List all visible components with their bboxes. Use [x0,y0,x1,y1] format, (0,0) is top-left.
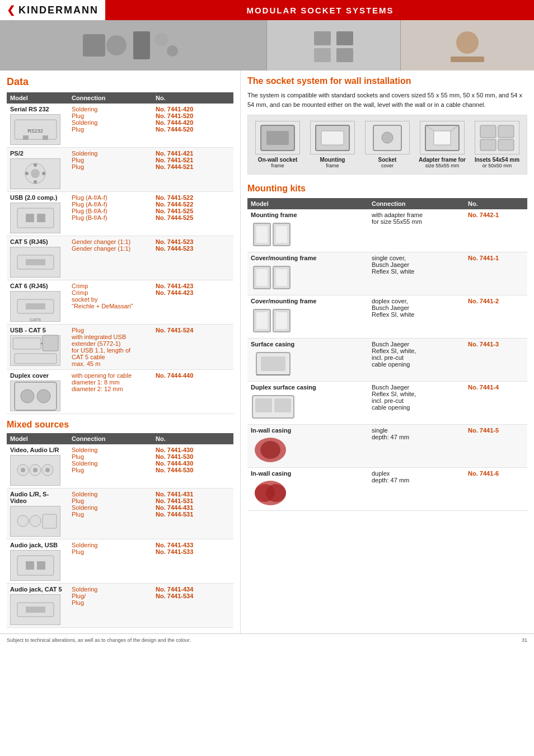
mounting-connection-cell: Busch JaegerReflex SI, white,incl. pre-c… [368,339,465,382]
svg-point-17 [34,163,37,167]
part-number: No. 7444-440 [156,372,230,379]
mixed-connection-value: Soldering [72,542,149,548]
mixed-model-name: Audio jack, CAT 5 [10,586,65,593]
svg-rect-5 [314,31,331,45]
svg-rect-63 [498,139,514,151]
number-cell: No. 7441-421No. 7441-521No. 7444-521 [152,148,233,192]
svg-rect-2 [133,31,150,59]
connection-value: Plug [72,163,149,170]
mixed-model-icon [10,506,60,537]
connection-value: extender (5772-1) [72,340,149,347]
part-number: No. 7441-522 [156,194,230,201]
model-name: CAT 5 (RJ45) [10,238,65,245]
svg-point-55 [382,132,393,143]
mixed-part-number: No. 7441-533 [156,548,230,555]
socket-strip-item-5: Insets 54x54 mm or 50x50 mm [471,119,523,171]
mixed-model-cell: Audio jack, USB [7,539,68,584]
table-row: PS/2SolderingPlugPlugNo. 7441-421No. 744… [7,148,233,192]
mixed-connection-cell: SolderingPlug/Plug [68,584,152,628]
mounting-table-row: Surface casingBusch JaegerReflex SI, whi… [247,339,527,382]
connection-value: with opening for cable [72,372,149,379]
mixed-part-number: No. 7441-434 [156,586,230,593]
mounting-table-row: In-wall casingsingledepth: 47 mmNo. 7441… [247,425,527,468]
data-section-title: Data [7,76,233,88]
model-icon: CAT6 [10,291,60,322]
socket-strip: On-wall socket frame Mounting frame Sock… [247,115,527,175]
svg-point-83 [260,441,280,459]
mounting-number-cell: No. 7441-5 [465,425,527,468]
part-number: No. 7444-521 [156,163,230,170]
part-number: No. 7444-522 [156,201,230,208]
header-logo: ❮ KINDERMANN [0,0,106,20]
svg-rect-74 [256,312,268,329]
mounting-connection-value: with adapter frame [372,212,461,218]
col-no: No. [152,92,233,104]
mounting-number-cell: No. 7441-2 [465,295,527,339]
svg-point-39 [21,468,25,472]
table-row: USB (2.0 comp.)Plug (A-f/A-f)Plug (A-f/A… [7,192,233,236]
table-row: CAT 6 (RJ45)CAT6CrimpCrimpsocket by"Reic… [7,280,233,325]
svg-rect-70 [256,269,268,286]
mounting-connection-value: depth: 47 mm [372,434,461,440]
svg-rect-30 [43,335,58,351]
model-cell: Serial RS 232RS232 [7,104,68,148]
socket-label-5: Insets 54x54 mm [475,157,519,163]
svg-rect-53 [321,131,344,145]
svg-rect-71 [276,269,287,286]
mounting-model-cell: In-wall casing [247,468,368,511]
connection-value: for USB 1.1, length of [72,347,149,354]
mixed-table-row: Audio jack, USBSolderingPlugNo. 7441-433… [7,539,233,584]
connection-cell: SolderingPlugSolderingPlug [68,104,152,148]
connection-value: Plug [72,112,149,119]
connection-value: Crimp [72,289,149,296]
mounting-table-row: Duplex surface casingBusch JaegerReflex … [247,382,527,425]
mixed-model-cell: Video, Audio L/R [7,444,68,489]
mixed-connection-cell: SolderingPlug [68,539,152,584]
svg-rect-13 [23,135,29,140]
connection-cell: with opening for cablediameter 1: 8 mmdi… [68,370,152,414]
mounting-table: Model Connection No. Mounting framewith … [247,198,527,511]
svg-point-41 [45,468,50,472]
svg-point-19 [25,172,29,175]
connection-value: CAT 5 cable [72,354,149,360]
svg-rect-0 [83,34,105,57]
mixed-part-number: No. 7444-430 [156,460,230,467]
socket-label-1: On-wall socket [258,157,298,163]
svg-rect-66 [256,226,268,243]
number-cell: No. 7444-440 [152,370,233,414]
mixed-connection-value: Plug [72,453,149,460]
model-name: CAT 6 (RJ45) [10,283,65,289]
mounting-img [251,350,365,379]
col-connection: Connection [68,92,152,104]
mounting-number-cell: No. 7441-4 [465,382,527,425]
mounting-img [251,220,365,250]
model-cell: Duplex cover [7,370,68,414]
table-row: USB - CAT 5Plugwith integrated USBextend… [7,325,233,370]
svg-rect-8 [336,48,353,62]
socket-label-2: Mounting [320,157,345,163]
svg-rect-47 [37,561,45,570]
part-number: No. 7444-523 [156,245,230,252]
svg-rect-49 [26,607,45,613]
part-number: No. 7444-420 [156,119,230,126]
adapter-frame-img [420,121,465,154]
part-number: No. 7444-423 [156,289,230,296]
connection-value: Plug [72,327,149,334]
connection-value: Plug (B-f/A-f) [72,208,149,214]
mixed-connection-cell: SolderingPlugSolderingPlug [68,489,152,539]
mounting-connection-value: cable opening [372,361,461,368]
footer: Subject to technical alterations, as wel… [0,633,534,646]
svg-rect-27 [26,303,45,309]
svg-point-86 [266,484,286,502]
svg-rect-81 [274,398,291,412]
svg-rect-80 [255,398,272,412]
mixed-col-model: Model [7,433,68,444]
right-column: The socket system for wall installation … [241,71,534,633]
svg-rect-61 [498,125,514,138]
mounting-number-cell: No. 7441-3 [465,339,527,382]
mixed-part-number: No. 7441-431 [156,491,230,497]
logo-arrow-icon: ❮ [7,4,15,16]
svg-rect-62 [480,139,496,151]
mounting-connection-value: duplex [372,470,461,477]
mixed-part-number: No. 7441-530 [156,453,230,460]
